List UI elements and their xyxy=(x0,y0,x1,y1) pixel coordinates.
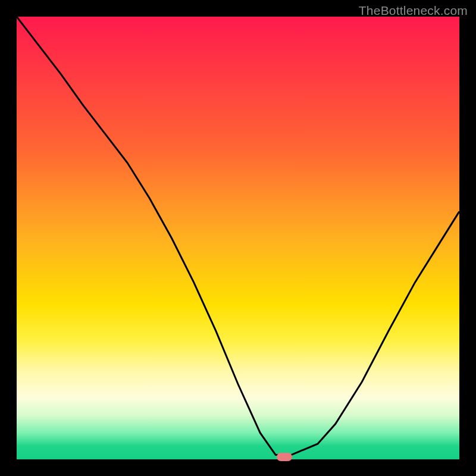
optimal-marker xyxy=(277,453,292,461)
bottleneck-curve xyxy=(17,17,459,455)
attribution-text: TheBottleneck.com xyxy=(359,4,468,18)
plot-area xyxy=(17,17,459,459)
curve-svg xyxy=(17,17,459,459)
chart-frame: TheBottleneck.com xyxy=(0,0,476,476)
